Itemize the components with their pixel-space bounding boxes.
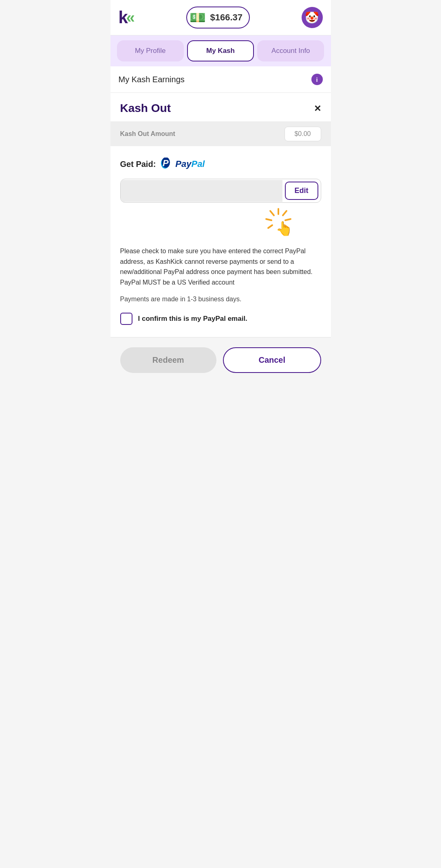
cursor-indicator: 👆 [264,207,293,235]
paypal-text-dark: Pay [175,159,191,169]
svg-text:P: P [163,158,169,168]
avatar[interactable]: 🤡 [302,7,323,28]
email-input-row: Edit [120,179,321,203]
svg-line-7 [270,211,274,215]
cancel-button[interactable]: Cancel [223,347,321,373]
info-icon[interactable]: i [311,74,323,85]
section-title: My Kash Earnings [119,75,185,84]
amount-row: Kash Out Amount $0.00 [110,122,331,146]
tab-my-profile[interactable]: My Profile [117,40,184,61]
logo-chevrons: « [126,10,135,25]
email-input[interactable] [121,180,282,202]
money-icon: 💵 [190,10,206,25]
tab-bar: My Profile My Kash Account Info [110,35,331,66]
get-paid-label: Get Paid: [120,160,156,169]
edit-button[interactable]: Edit [285,182,318,200]
get-paid-row: Get Paid: P PayPal [120,158,321,171]
redeem-button[interactable]: Redeem [120,347,217,373]
svg-line-9 [268,225,272,228]
balance-amount: $166.37 [210,12,243,23]
amount-label: Kash Out Amount [120,130,175,138]
payments-text: Payments are made in 1-3 business days. [110,296,331,303]
pointing-hand-icon: 👆 [276,221,293,235]
bottom-actions: Redeem Cancel [110,337,331,388]
svg-line-4 [283,211,287,215]
amount-value: $0.00 [284,127,321,141]
tab-account-info[interactable]: Account Info [257,40,324,61]
confirm-row: I confirm this is my PayPal email. [110,313,331,337]
svg-line-5 [285,219,291,220]
modal-title: Kash Out [120,102,171,115]
balance-pill[interactable]: 💵 $166.37 [186,7,250,28]
app-header: k « 💵 $166.37 🤡 [110,0,331,35]
paypal-icon: P [161,158,174,171]
confirm-checkbox[interactable] [120,313,132,325]
close-button[interactable]: × [314,103,321,114]
tab-my-kash[interactable]: My Kash [187,40,254,61]
kash-out-modal: Kash Out × Kash Out Amount $0.00 Get Pai… [110,93,331,337]
section-header: My Kash Earnings i [110,66,331,93]
svg-line-8 [266,219,271,220]
modal-header: Kash Out × [110,93,331,122]
get-paid-section: Get Paid: P PayPal Edit [110,146,331,246]
avatar-emoji: 🤡 [305,11,319,24]
paypal-text-light: Pal [191,159,205,169]
confirm-label[interactable]: I confirm this is my PayPal email. [138,315,247,323]
warning-text: Please check to make sure you have enter… [110,246,331,287]
app-logo: k « [119,9,135,26]
paypal-logo: P PayPal [161,158,205,171]
